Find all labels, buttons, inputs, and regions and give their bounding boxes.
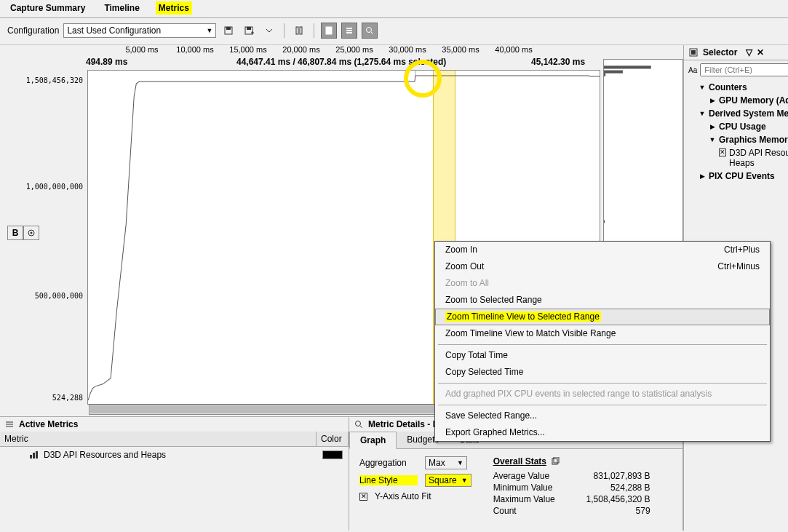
range-info: 494.89 ms 44,647.41 ms / 46,807.84 ms (1… [0,57,683,70]
svg-rect-18 [604,71,623,74]
color-swatch[interactable] [322,450,343,459]
collapse-icon[interactable]: ▼ [699,110,706,117]
rows-icon[interactable] [341,23,357,39]
close-icon[interactable]: ✕ [757,47,764,57]
config-value: Last Used Configuration [67,25,161,36]
filter-case-toggle[interactable]: Aa [688,66,697,74]
svg-point-39 [31,232,33,234]
svg-rect-35 [554,457,559,463]
aggregation-label: Aggregation [359,458,418,468]
svg-line-33 [360,426,362,428]
time-ruler: 5,000 ms 10,000 ms 15,000 ms 20,000 ms 2… [0,45,683,57]
ctx-zoom-to-selected[interactable]: Zoom to Selected Range [435,292,770,309]
top-tabs: Capture Summary Timeline Metrics [0,0,788,18]
overall-stats: Average Value831,027,893 B Minimum Value… [493,471,650,516]
svg-rect-7 [300,27,302,34]
range-start: 494.89 ms [86,57,127,67]
copy-icon[interactable] [551,457,560,466]
list-icon [4,419,15,429]
line-style-label: Line Style [359,475,418,485]
config-toolbar: Configuration Last Used Configuration ▼ [0,18,788,45]
expand-icon[interactable]: ▶ [699,172,706,180]
tree-graphics-memory[interactable]: Graphics Memory [719,135,788,145]
y-autofit-checkbox[interactable]: ✕ [359,493,367,501]
column-view-icon[interactable] [291,23,307,39]
ctx-copy-selected-time[interactable]: Copy Selected Time [435,364,770,381]
svg-rect-3 [247,27,251,30]
range-selection-info: 44,647.41 ms / 46,807.84 ms (1,275.64 ms… [236,57,446,70]
expand-icon[interactable]: ▶ [709,123,716,130]
search-icon [354,419,364,429]
active-metric-row[interactable]: D3D API Resources and Heaps [0,447,349,463]
ctx-export-graphed-metrics[interactable]: Export Graphed Metrics... [435,424,770,441]
column-metric[interactable]: Metric [0,432,317,446]
separator [284,23,284,38]
svg-rect-30 [33,453,35,458]
svg-rect-17 [604,65,651,68]
svg-rect-37 [691,50,696,55]
bold-toggle[interactable]: B [7,226,23,240]
overall-stats-title: Overall Stats [493,456,546,467]
ctx-zoom-all: Zoom to All [435,275,770,292]
search-icon[interactable] [362,23,378,39]
selector-filter-input[interactable] [700,63,788,76]
range-end: 45,142.30 ms [531,57,585,67]
tree-gpu-memory[interactable]: GPU Memory (Adapter #2) [719,95,788,106]
selector-icon [688,47,699,57]
ctx-zoom-timeline-to-selected[interactable]: Zoom Timeline View to Selected Range [435,309,770,325]
aggregation-select[interactable]: Max ▼ [425,456,467,469]
config-select[interactable]: Last Used Configuration ▼ [63,23,216,38]
save-new-icon[interactable] [241,23,257,39]
tab-metrics[interactable]: Metrics [156,1,192,15]
ctx-copy-total-time[interactable]: Copy Total Time [435,347,770,364]
selector-title: Selector [703,47,737,57]
selector-tree: ▼Counters ▶GPU Memory (Adapter #2) ▼Deri… [684,79,788,184]
expand-icon[interactable]: ▶ [709,97,716,104]
tab-capture-summary[interactable]: Capture Summary [7,1,88,15]
ctx-add-pix-events: Add graphed PIX CPU events in selected r… [435,386,770,402]
chevron-down-icon: ▼ [457,459,463,467]
y-autofit-label: Y-Axis Auto Fit [375,491,431,501]
chevron-down-icon: ▼ [206,27,212,34]
svg-line-16 [371,32,373,34]
column-color[interactable]: Color [317,432,349,446]
svg-rect-20 [604,220,605,223]
dropdown-icon[interactable] [261,23,277,39]
svg-rect-29 [30,455,32,458]
active-metrics-panel: Active Metrics Metric Color D3D API Reso… [0,417,349,531]
svg-rect-19 [604,74,605,76]
collapse-icon[interactable]: ▼ [699,84,706,91]
tree-d3d-resources[interactable]: D3D API Resources and Heaps [729,148,788,168]
gear-icon[interactable] [23,226,39,240]
svg-point-15 [367,28,372,33]
chevron-down-icon: ▼ [461,477,468,484]
tree-counters[interactable]: Counters [709,82,747,92]
line-style-select[interactable]: Square ▼ [425,474,471,487]
svg-rect-34 [552,458,557,464]
d3d-checkbox[interactable]: ✕ [719,148,726,156]
floating-tools: B [7,226,39,240]
separator [314,23,314,38]
metric-bars-icon [29,450,39,459]
svg-rect-6 [296,27,298,34]
ctx-zoom-timeline-match-visible[interactable]: Zoom Timeline View to Match Visible Rang… [435,325,770,342]
tree-derived-system-metrics[interactable]: Derived System Metrics [709,108,788,119]
tree-cpu-usage[interactable]: CPU Usage [719,122,766,132]
chevron-down-icon[interactable]: ▽ [746,47,752,57]
ctx-save-selected-range[interactable]: Save Selected Range... [435,408,770,424]
active-metric-name: D3D API Resources and Heaps [44,450,166,460]
tab-timeline[interactable]: Timeline [101,1,142,15]
tree-pix-cpu-events[interactable]: PIX CPU Events [709,171,775,181]
config-label: Configuration [7,25,59,36]
collapse-icon[interactable]: ▼ [709,136,716,143]
ctx-zoom-in[interactable]: Zoom InCtrl+Plus [435,242,770,258]
tab-graph[interactable]: Graph [349,432,397,449]
svg-rect-1 [226,27,231,30]
svg-rect-31 [36,451,38,458]
save-icon[interactable] [220,23,236,39]
svg-point-32 [356,421,361,426]
active-metrics-title: Active Metrics [19,419,78,429]
context-menu: Zoom InCtrl+Plus Zoom OutCtrl+Minus Zoom… [434,241,771,442]
clipboard-icon[interactable] [321,23,337,39]
ctx-zoom-out[interactable]: Zoom OutCtrl+Minus [435,258,770,275]
